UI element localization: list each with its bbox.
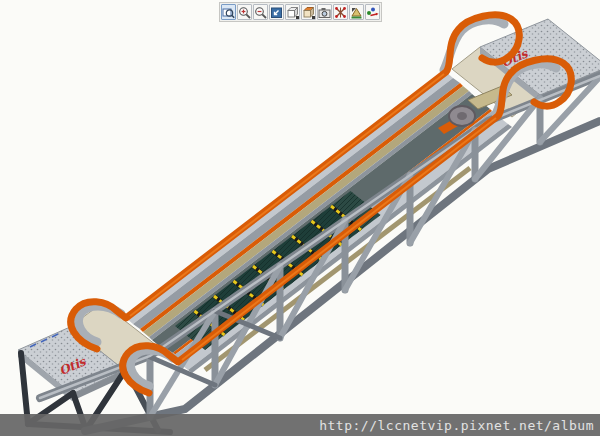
zoom-in-icon [238, 6, 251, 19]
display-style-button[interactable] [301, 4, 316, 20]
zoom-region-icon [222, 6, 235, 19]
view-orientation-button[interactable] [285, 4, 300, 20]
dropdown-indicator [312, 16, 315, 19]
snapshot-camera-icon [318, 6, 331, 19]
zoom-region-button[interactable] [221, 4, 236, 20]
zoom-in-button[interactable] [237, 4, 252, 20]
zoom-out-button[interactable] [253, 4, 268, 20]
watermark-url: http://lccnetvip.pixnet.net/album [319, 418, 600, 433]
snapshot-button[interactable] [317, 4, 332, 20]
explode-view-button[interactable] [333, 4, 348, 20]
fit-view-icon [270, 6, 283, 19]
3d-viewport[interactable]: Otis Otis [0, 0, 600, 436]
motion-path-button[interactable] [365, 4, 380, 20]
dropdown-indicator [296, 16, 299, 19]
explode-view-icon [334, 6, 347, 19]
zoom-out-icon [254, 6, 267, 19]
fit-view-button[interactable] [269, 4, 284, 20]
motion-path-icon [366, 6, 379, 19]
watermark-bar: http://lccnetvip.pixnet.net/album [0, 414, 600, 436]
view-toolbar [219, 2, 382, 22]
cad-application-window: Otis Otis [0, 0, 600, 436]
measure-icon [350, 6, 363, 19]
measure-button[interactable] [349, 4, 364, 20]
